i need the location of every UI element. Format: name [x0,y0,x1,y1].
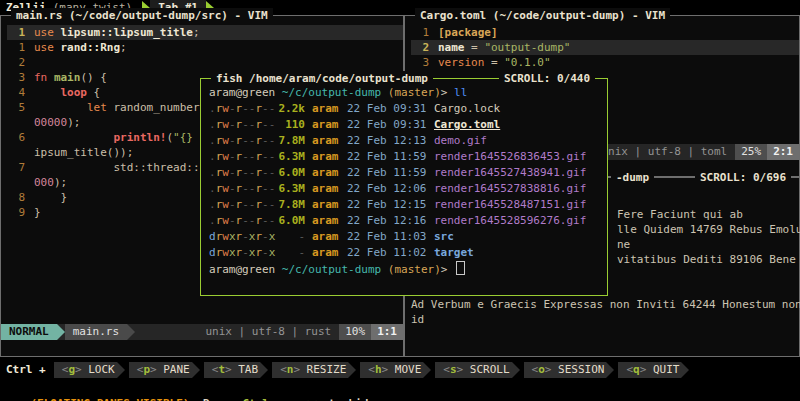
keybar-arrow-icon [423,362,431,378]
keybar-arrow-icon [512,362,520,378]
pane-title-output-dump: -dump [611,170,654,185]
statusline-scroll-percent: 10% [339,324,371,340]
prompt-path: ~/c/output-dump [282,86,381,99]
hint-text: : Press [189,397,242,401]
pane-title-main-rs: main.rs (~/code/output-dump/src) - VIM [11,8,273,23]
prompt-line-previous: aram@green ~/c/output-dump (master)> ll [209,85,607,101]
keybar-key-lock[interactable]: <g> LOCK [54,362,117,378]
statusline-cursor-position: 1:1 [371,324,403,340]
keybar-key-quit[interactable]: <q> QUIT [618,362,681,378]
code-line: 1use rand::Rng; [7,40,403,55]
prompt-path: ~/c/output-dump [282,263,381,276]
file-row: .rw-r--r--2.2karam22 Feb 09:31Cargo.lock [209,101,607,117]
file-row: .rw-r--r--110aram22 Feb 09:31Cargo.toml [209,117,607,133]
keybar-arrow-icon [192,362,200,378]
floating-panes-badge: (FLOATING PANES VISIBLE) [31,397,190,401]
keybar-key-scroll[interactable]: <s> SCROLL [435,362,511,378]
floating-pane-fish[interactable]: fish /home/aram/code/output-dump SCROLL:… [200,78,608,296]
keybar-arrow-icon [681,362,689,378]
keybar-prefix: Ctrl + [0,363,54,376]
prompt-user-host: aram@green [209,263,275,276]
hint-text: to hide. [322,397,382,401]
code-line: 1[package] [411,25,799,40]
code-line: 2name = "output-dump" [411,40,799,55]
vim-mode-indicator: NORMAL [1,324,57,340]
pane-title-cargo-toml: Cargo.toml (~/code/output-dump) - VIM [415,8,670,23]
prompt-line-current: aram@green ~/c/output-dump (master)> [209,261,607,277]
hint-text: + [282,397,302,401]
statusline-filename: main.rs [65,324,127,340]
keybar-key-session[interactable]: <o> SESSION [524,362,607,378]
file-row: .rw-r--r--7.8Maram22 Feb 12:13demo.gif [209,133,607,149]
pane-title-fish: fish /home/aram/code/output-dump [211,71,433,86]
code-line: 1use lipsum::lipsum_title; [7,25,403,40]
hint-shortcut-w: <w> [302,397,322,401]
file-listing: .rw-r--r--2.2karam22 Feb 09:31Cargo.lock… [209,101,607,261]
zellij-screen: Zellij (many-twist) Tab #1 main.rs (~/co… [0,0,800,401]
prompt-git-branch: (master) [388,86,441,99]
scroll-indicator-dump: SCROLL: 0/696 [695,170,791,185]
keybar-arrow-icon [348,362,356,378]
keybar-arrow-icon [117,362,125,378]
code-line: 2 [7,55,403,70]
prompt-command: ll [454,86,467,99]
file-row: .rw-r--r--6.0Maram22 Feb 11:59render1645… [209,165,607,181]
file-row: drwxr-xr-x-aram22 Feb 11:02target [209,245,607,261]
statusline-cursor-position: 2:1 [767,144,799,160]
keybar-key-pane[interactable]: <p> PANE [129,362,192,378]
file-row: drwxr-xr-x-aram22 Feb 11:03src [209,229,607,245]
scroll-indicator-fish: SCROLL: 0/440 [499,71,595,86]
keybar-arrow-icon [260,362,268,378]
vim-statusline-left: NORMAL main.rs unix | utf-8 | rust 10% 1… [1,324,403,340]
hint-shortcut-ctrl-p: Ctrl-p [242,397,282,401]
code-editor-cargo-toml: 1[package]2name = "output-dump"3version … [405,16,799,70]
statusline-fileinfo: unix | utf-8 | toml [593,144,735,160]
keybinding-bar: Ctrl +<g> LOCK<p> PANE<t> TAB<n> RESIZE<… [0,362,800,378]
file-row: .rw-r--r--6.3Maram22 Feb 11:59render1645… [209,149,607,165]
prompt-git-branch: (master) [388,263,441,276]
terminal-cursor[interactable] [456,261,465,275]
file-row: .rw-r--r--7.8Maram22 Feb 12:15render1645… [209,197,607,213]
text-line: Ad Verbum e Graecis Expressas non Inviti… [411,297,799,312]
statusline-filler [135,324,197,340]
powerline-arrow-icon [127,324,135,340]
text-line: id [411,312,799,327]
statusline-fileinfo: unix | utf-8 | rust [197,324,339,340]
fish-terminal[interactable]: aram@green ~/c/output-dump (master)> ll … [201,79,607,277]
prompt-user-host: aram@green [209,86,275,99]
file-row: .rw-r--r--6.3Maram22 Feb 12:06render1645… [209,181,607,197]
code-line: 3version = "0.1.0" [411,55,799,70]
keybar-key-move[interactable]: <h> MOVE [360,362,423,378]
statusline-scroll-percent: 25% [735,144,767,160]
keybar-arrow-icon [606,362,614,378]
keybar-segments: <g> LOCK<p> PANE<t> TAB<n> RESIZE<h> MOV… [54,363,694,376]
hint-bar: (FLOATING PANES VISIBLE): Press Ctrl-p +… [0,380,800,396]
keybar-key-resize[interactable]: <n> RESIZE [272,362,348,378]
keybar-key-tab[interactable]: <t> TAB [204,362,260,378]
powerline-arrow-icon [57,324,65,340]
file-row: .rw-r--r--6.0Maram22 Feb 12:16render1645… [209,213,607,229]
